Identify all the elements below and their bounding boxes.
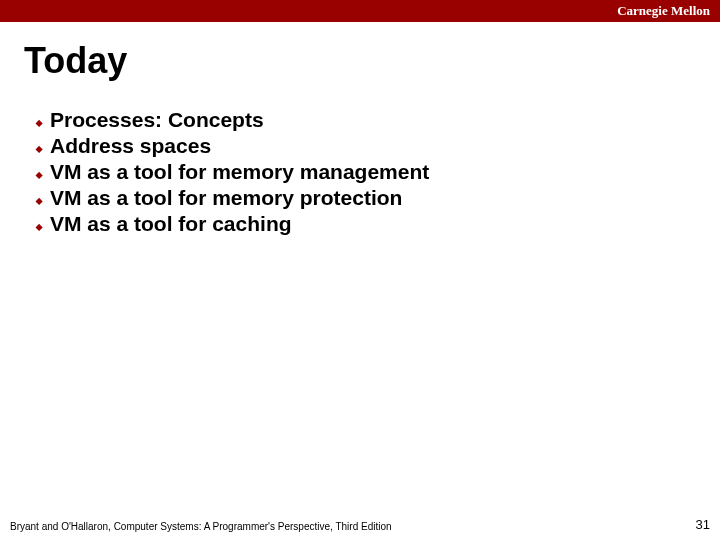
list-item: ⬥ VM as a tool for memory management — [34, 160, 720, 184]
bullet-icon: ⬥ — [34, 139, 44, 156]
footer: Bryant and O'Hallaron, Computer Systems:… — [10, 517, 710, 532]
bullet-icon: ⬥ — [34, 165, 44, 182]
bullet-text: VM as a tool for caching — [50, 212, 292, 236]
list-item: ⬥ VM as a tool for caching — [34, 212, 720, 236]
bullet-text: Address spaces — [50, 134, 211, 158]
bullet-text: Processes: Concepts — [50, 108, 264, 132]
bullet-text: VM as a tool for memory management — [50, 160, 429, 184]
slide-title: Today — [24, 40, 720, 82]
page-number: 31 — [696, 517, 710, 532]
bullet-icon: ⬥ — [34, 113, 44, 130]
bullet-icon: ⬥ — [34, 191, 44, 208]
bullet-list: ⬥ Processes: Concepts ⬥ Address spaces ⬥… — [34, 108, 720, 236]
bullet-icon: ⬥ — [34, 217, 44, 234]
bullet-text: VM as a tool for memory protection — [50, 186, 402, 210]
list-item: ⬥ Processes: Concepts — [34, 108, 720, 132]
institution-name: Carnegie Mellon — [617, 3, 710, 19]
list-item: ⬥ Address spaces — [34, 134, 720, 158]
footer-citation: Bryant and O'Hallaron, Computer Systems:… — [10, 521, 392, 532]
list-item: ⬥ VM as a tool for memory protection — [34, 186, 720, 210]
header-bar: Carnegie Mellon — [0, 0, 720, 22]
